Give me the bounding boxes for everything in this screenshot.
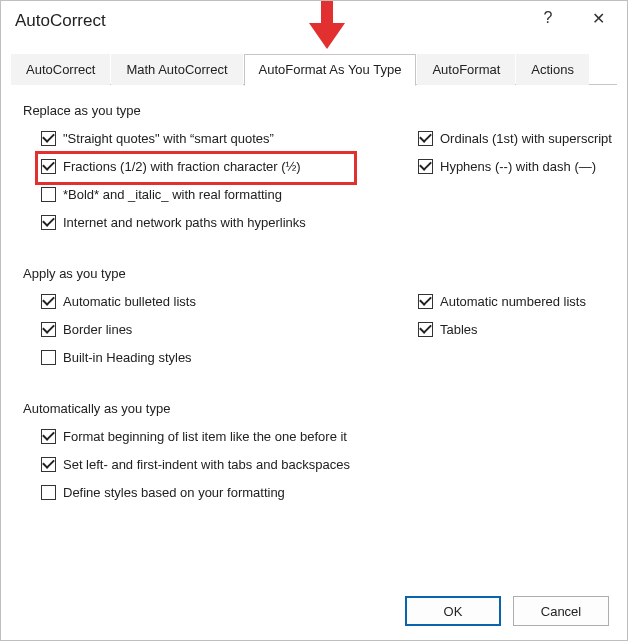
- section-title: Automatically as you type: [23, 401, 605, 416]
- option-label: Automatic numbered lists: [440, 294, 586, 309]
- checkbox-icon: [41, 131, 56, 146]
- ok-button[interactable]: OK: [405, 596, 501, 626]
- option-auto-numbered[interactable]: Automatic numbered lists: [418, 291, 605, 311]
- option-heading-styles[interactable]: Built-in Heading styles: [41, 347, 418, 367]
- tabstrip: AutoCorrect Math AutoCorrect AutoFormat …: [11, 51, 617, 85]
- option-ordinals[interactable]: Ordinals (1st) with superscript: [418, 128, 612, 148]
- option-label: Set left- and first-indent with tabs and…: [63, 457, 350, 472]
- option-fractions[interactable]: Fractions (1/2) with fraction character …: [41, 156, 418, 176]
- checkbox-icon: [41, 322, 56, 337]
- option-label: Fractions (1/2) with fraction character …: [63, 159, 301, 174]
- option-set-indent[interactable]: Set left- and first-indent with tabs and…: [41, 454, 605, 474]
- option-label: Automatic bulleted lists: [63, 294, 196, 309]
- option-bold-italic[interactable]: *Bold* and _italic_ with real formatting: [41, 184, 418, 204]
- checkbox-icon: [41, 294, 56, 309]
- dialog-title: AutoCorrect: [15, 11, 106, 31]
- tab-autoformat-as-you-type[interactable]: AutoFormat As You Type: [244, 54, 417, 86]
- cancel-button[interactable]: Cancel: [513, 596, 609, 626]
- autocorrect-dialog: AutoCorrect ? ✕ AutoCorrect Math AutoCor…: [0, 0, 628, 641]
- section-title: Replace as you type: [23, 103, 605, 118]
- option-format-beginning[interactable]: Format beginning of list item like the o…: [41, 426, 605, 446]
- option-label: *Bold* and _italic_ with real formatting: [63, 187, 282, 202]
- tab-actions[interactable]: Actions: [516, 54, 589, 85]
- checkbox-icon: [41, 187, 56, 202]
- option-label: Tables: [440, 322, 478, 337]
- checkbox-icon: [418, 131, 433, 146]
- option-label: Ordinals (1st) with superscript: [440, 131, 612, 146]
- close-button[interactable]: ✕: [575, 1, 621, 35]
- option-hyphens[interactable]: Hyphens (--) with dash (—): [418, 156, 612, 176]
- section-apply-as-you-type: Apply as you type Automatic bulleted lis…: [23, 266, 605, 375]
- tab-autoformat[interactable]: AutoFormat: [417, 54, 515, 85]
- option-internet-paths[interactable]: Internet and network paths with hyperlin…: [41, 212, 418, 232]
- checkbox-icon: [41, 429, 56, 444]
- option-tables[interactable]: Tables: [418, 319, 605, 339]
- help-icon: ?: [544, 9, 553, 27]
- checkbox-icon: [41, 350, 56, 365]
- section-automatically-as-you-type: Automatically as you type Format beginni…: [23, 401, 605, 502]
- titlebar: AutoCorrect ? ✕: [1, 1, 627, 41]
- option-define-styles[interactable]: Define styles based on your formatting: [41, 482, 605, 502]
- section-title: Apply as you type: [23, 266, 605, 281]
- checkbox-icon: [418, 294, 433, 309]
- help-button[interactable]: ?: [525, 1, 571, 35]
- close-icon: ✕: [592, 9, 605, 28]
- option-label: Define styles based on your formatting: [63, 485, 285, 500]
- option-label: Hyphens (--) with dash (—): [440, 159, 596, 174]
- checkbox-icon: [418, 322, 433, 337]
- option-border-lines[interactable]: Border lines: [41, 319, 418, 339]
- tab-autocorrect[interactable]: AutoCorrect: [11, 54, 110, 85]
- option-auto-bulleted[interactable]: Automatic bulleted lists: [41, 291, 418, 311]
- option-label: Built-in Heading styles: [63, 350, 192, 365]
- option-label: "Straight quotes" with “smart quotes”: [63, 131, 274, 146]
- tab-content: Replace as you type "Straight quotes" wi…: [1, 85, 627, 502]
- option-label: Border lines: [63, 322, 132, 337]
- checkbox-icon: [41, 485, 56, 500]
- section-replace-as-you-type: Replace as you type "Straight quotes" wi…: [23, 103, 605, 240]
- option-straight-quotes[interactable]: "Straight quotes" with “smart quotes”: [41, 128, 418, 148]
- checkbox-icon: [41, 215, 56, 230]
- checkbox-icon: [41, 457, 56, 472]
- option-label: Internet and network paths with hyperlin…: [63, 215, 306, 230]
- tab-math-autocorrect[interactable]: Math AutoCorrect: [111, 54, 242, 85]
- checkbox-icon: [418, 159, 433, 174]
- button-bar: OK Cancel: [405, 596, 609, 626]
- option-label: Format beginning of list item like the o…: [63, 429, 347, 444]
- checkbox-icon: [41, 159, 56, 174]
